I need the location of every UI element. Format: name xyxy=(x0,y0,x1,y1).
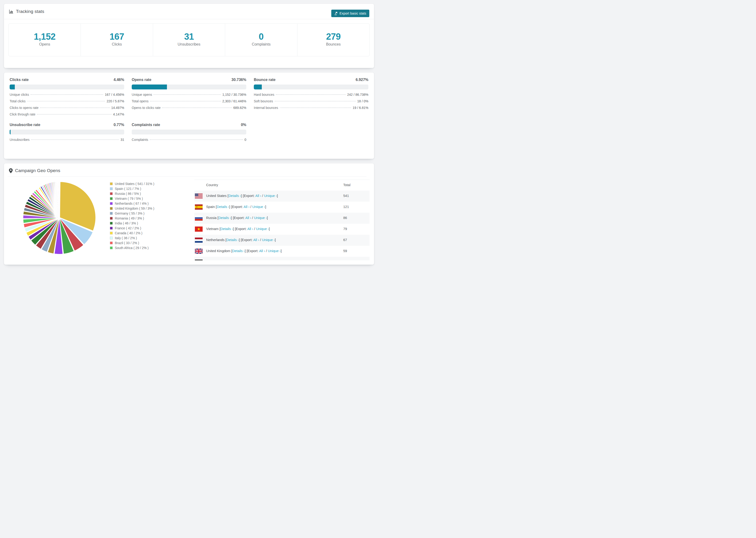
details-link-spain[interactable]: Details › xyxy=(217,205,229,209)
rate-row-internal-bounces: Internal bounces 19 / 6.81% xyxy=(254,106,368,112)
export-all-link-vietnam[interactable]: All › xyxy=(247,227,253,231)
rate-row-total-clicks: Total clicks 220 / 5.87% xyxy=(10,99,124,106)
rate-row-unique-opens: Unique opens 1,152 / 30.736% xyxy=(132,93,246,99)
details-link-russia[interactable]: Details › xyxy=(218,216,231,220)
rate-value: 0% xyxy=(241,123,246,127)
legend-label: Russia ( 86 / 5% ) xyxy=(115,192,141,195)
dotted-leader xyxy=(27,101,105,101)
legend-swatch xyxy=(110,227,113,230)
rate-progress-track xyxy=(132,130,246,134)
legend-label: Germany ( 55 / 3% ) xyxy=(115,211,144,215)
rates-panel: Clicks rate 4.46% Unique clicks 167 / 4.… xyxy=(4,72,374,159)
details-link-united-kingdom[interactable]: Details › xyxy=(232,249,244,253)
dotted-leader xyxy=(30,94,103,95)
country-column-header: Country xyxy=(206,183,218,187)
rate-value: 30.736% xyxy=(232,78,246,82)
rate-card-complaints-rate: Complaints rate 0% Complaints 0 xyxy=(132,123,246,144)
export-all-link-netherlands[interactable]: All › xyxy=(253,238,259,242)
rate-title: Bounce rate xyxy=(254,78,275,82)
export-basic-stats-button[interactable]: Export basic stats xyxy=(331,10,369,17)
geo-table-row-vietnam: Vietnam [Details ›] [Export: All › / Uni… xyxy=(194,224,369,235)
country-name: Netherlands xyxy=(206,238,225,242)
legend-item-russia: Russia ( 86 / 5% ) xyxy=(110,191,154,196)
rate-progress-track xyxy=(254,84,368,89)
geo-table-row-russia: Russia [Details ›] [Export: All › / Uniq… xyxy=(194,213,369,224)
rate-row-unsubscribes: Unsubscribes 31 xyxy=(10,138,124,144)
country-name: Vietnam xyxy=(206,227,219,231)
export-unique-link-vietnam[interactable]: Unique › xyxy=(256,227,269,231)
total-cell: 59 xyxy=(343,249,347,253)
stat-label-bounces: Bounces xyxy=(326,42,341,46)
dashboard-page: Tracking stats Export basic stats 1,152 … xyxy=(0,0,378,269)
export-unique-link-russia[interactable]: Unique › xyxy=(254,216,267,220)
geo-table-row-united-states: United States [Details ›] [Export: All ›… xyxy=(194,190,369,202)
legend-label: India ( 46 / 3% ) xyxy=(115,221,138,225)
legend-swatch xyxy=(110,207,113,210)
legend-item-france: France ( 42 / 2% ) xyxy=(110,226,154,231)
nl-flag-icon xyxy=(195,238,203,243)
stat-box-bounces: 279 Bounces xyxy=(297,24,369,56)
details-link-netherlands[interactable]: Details › xyxy=(226,238,239,242)
tracking-stats-header: Tracking stats Export basic stats xyxy=(4,4,374,19)
rate-value: 0.77% xyxy=(114,123,124,127)
legend-label: Netherlands ( 67 / 4% ) xyxy=(115,202,149,205)
dotted-leader xyxy=(37,114,112,115)
rate-row-click-through-rate: Click through rate 4.147% xyxy=(10,112,124,119)
total-cell: 541 xyxy=(343,194,349,198)
legend-swatch xyxy=(110,197,113,200)
rate-progress-track xyxy=(10,130,124,134)
legend-swatch xyxy=(110,242,113,244)
legend-swatch xyxy=(110,212,113,215)
legend-item-italy: Italy ( 36 / 2% ) xyxy=(110,236,154,241)
export-icon xyxy=(334,12,338,15)
total-cell: 121 xyxy=(343,205,349,209)
tracking-stats-title: Tracking stats xyxy=(16,9,44,14)
export-all-link-russia[interactable]: All › xyxy=(245,216,251,220)
stat-label-unsubscribes: Unsubscribes xyxy=(178,42,200,46)
legend-item-spain: Spain ( 121 / 7% ) xyxy=(110,186,154,191)
export-unique-link-spain[interactable]: Unique › xyxy=(252,205,265,209)
details-link-germany[interactable]: Details › xyxy=(222,260,235,260)
stat-box-complaints: 0 Complaints xyxy=(225,24,297,56)
dotted-leader xyxy=(150,139,243,140)
legend-item-romania: Romania ( 49 / 3% ) xyxy=(110,216,154,221)
dotted-leader xyxy=(153,94,221,95)
pie-legend: United States ( 541 / 31% ) Spain ( 121 … xyxy=(110,181,154,250)
stat-value-complaints: 0 xyxy=(259,32,264,42)
legend-label: Italy ( 36 / 2% ) xyxy=(115,236,137,240)
rate-title: Complaints rate xyxy=(132,123,160,127)
legend-swatch xyxy=(110,237,113,240)
geo-opens-pie-chart xyxy=(20,178,99,258)
total-cell: 67 xyxy=(343,238,347,242)
geo-table-row-germany: Germany [Details ›] [Export: All › / Uni… xyxy=(194,257,369,260)
export-all-link-germany[interactable]: All › xyxy=(249,260,255,260)
bar-chart-icon xyxy=(9,9,14,14)
total-cell: 86 xyxy=(343,216,347,220)
vn-flag-icon xyxy=(195,227,203,232)
export-unique-link-united-kingdom[interactable]: Unique › xyxy=(268,249,281,253)
details-link-united-states[interactable]: Details › xyxy=(229,194,241,198)
legend-label: United Kingdom ( 59 / 3% ) xyxy=(115,207,154,210)
country-name: Germany xyxy=(206,260,220,260)
rate-card-opens-rate: Opens rate 30.736% Unique opens 1,152 / … xyxy=(132,78,246,119)
geo-table-row-united-kingdom: United Kingdom [Details ›] [Export: All … xyxy=(194,246,369,257)
export-unique-link-germany[interactable]: Unique › xyxy=(257,260,270,260)
geo-table-row-spain: Spain [Details ›] [Export: All › / Uniqu… xyxy=(194,202,369,213)
export-button-label: Export basic stats xyxy=(340,12,366,15)
rate-row-opens-to-clicks-rate: Opens to clicks rate 689.82% xyxy=(132,106,246,112)
legend-item-united-states: United States ( 541 / 31% ) xyxy=(110,181,154,186)
legend-swatch xyxy=(110,202,113,205)
export-unique-link-united-states[interactable]: Unique › xyxy=(264,194,277,198)
export-unique-link-netherlands[interactable]: Unique › xyxy=(262,238,275,242)
dotted-leader xyxy=(276,94,346,95)
total-cell: 55 xyxy=(343,260,347,260)
geo-table-header: Country Total xyxy=(194,180,369,190)
export-all-link-spain[interactable]: All › xyxy=(244,205,249,209)
export-all-link-united-kingdom[interactable]: All › xyxy=(259,249,265,253)
rate-title: Clicks rate xyxy=(10,78,28,82)
legend-item-south-africa: South Africa ( 29 / 2% ) xyxy=(110,245,154,250)
rate-row-complaints: Complaints 0 xyxy=(132,138,246,144)
details-link-vietnam[interactable]: Details › xyxy=(220,227,233,231)
export-all-link-united-states[interactable]: All › xyxy=(255,194,261,198)
legend-swatch xyxy=(110,246,113,249)
